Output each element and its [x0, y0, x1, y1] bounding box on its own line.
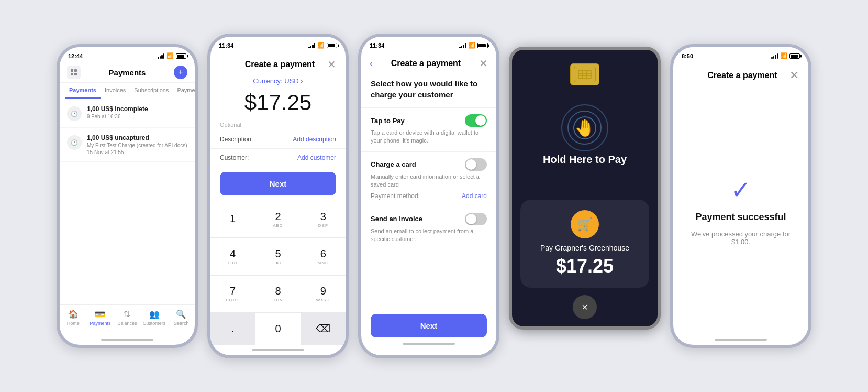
nav-payments[interactable]: 💳 Payments	[87, 309, 114, 326]
clock-icon-2: 🕐	[67, 135, 82, 150]
p5-content: ✓ Payment successful We've processed you…	[673, 86, 808, 334]
customer-label: Customer:	[220, 154, 249, 161]
home-indicator-5	[715, 339, 767, 341]
nav-home[interactable]: 🏠 Home	[60, 309, 87, 326]
p5-title: Create a payment	[695, 71, 789, 80]
check-icon: ✓	[730, 175, 751, 204]
home-indicator-1	[101, 339, 153, 341]
p1-title: Payments	[81, 68, 174, 77]
status-bar-3: 11:34 📶	[361, 37, 496, 51]
status-bar-5: 8:50 📶	[673, 47, 808, 61]
hold-text: Hold Here to Pay	[543, 154, 627, 166]
list-item[interactable]: 🕐 1,00 US$ incomplete 9 Feb at 16:36	[60, 99, 195, 128]
status-icons-3: 📶	[459, 42, 488, 49]
tab-payment-links[interactable]: Payment links	[173, 83, 198, 99]
status-icons-1: 📶	[158, 52, 186, 59]
time-1: 12:44	[68, 53, 83, 59]
p1-tabs: Payments Invoices Subscriptions Payment …	[60, 83, 195, 99]
tap-to-pay-toggle[interactable]	[465, 114, 487, 127]
merchant-icon: 🛒	[571, 210, 599, 238]
home-indicator-3	[403, 343, 455, 345]
customers-icon: 👥	[149, 309, 160, 319]
success-desc: We've processed your charge for $1.00.	[684, 230, 798, 246]
p2-header: Create a payment ✕	[210, 51, 346, 75]
wifi-icon-2: 📶	[317, 42, 325, 49]
close-button-3[interactable]: ✕	[479, 57, 488, 70]
bottom-nav: 🏠 Home 💳 Payments ⇅ Balances 👥 Customers…	[60, 304, 195, 334]
customer-field[interactable]: Customer: Add customer	[210, 148, 346, 167]
key-2[interactable]: 2 ABC	[255, 201, 300, 237]
wifi-icon-3: 📶	[468, 42, 475, 49]
tab-invoices[interactable]: Invoices	[101, 83, 130, 99]
key-7[interactable]: 7 PQRS	[210, 276, 255, 312]
option-send-invoice: Send an invoice Send an email to collect…	[361, 206, 496, 250]
status-bar-1: 12:44 📶	[60, 47, 195, 61]
item-1-amount: 1,00 US$ incomplete	[87, 105, 187, 113]
nav-search[interactable]: 🔍 Search	[168, 309, 195, 326]
key-5[interactable]: 5 JKL	[255, 238, 300, 275]
option-tap-to-pay: Tap to Pay Tap a card or device with a d…	[361, 107, 496, 151]
time-3: 11:34	[370, 42, 384, 49]
amount-display: $17.25	[210, 85, 346, 119]
battery-icon-2	[327, 43, 337, 48]
balances-icon: ⇅	[124, 309, 130, 319]
status-icons-5: 📶	[771, 52, 800, 59]
key-4[interactable]: 4 GHI	[210, 238, 255, 275]
p3-title: Create a payment	[373, 59, 479, 68]
nfc-payment-box: 🛒 Pay Grapner's Greenhouse $17.25	[520, 200, 649, 288]
description-label: Description:	[220, 136, 253, 143]
payment-method-label: Payment method:	[371, 192, 420, 200]
add-description-button[interactable]: Add description	[293, 136, 336, 143]
key-9[interactable]: 9 WXYZ	[301, 276, 346, 312]
wifi-icon-5: 📶	[780, 52, 787, 59]
key-0[interactable]: 0	[255, 313, 300, 345]
charge-card-title: Charge a card	[371, 160, 416, 168]
success-title: Payment successful	[695, 212, 786, 223]
cancel-nfc-button[interactable]: ×	[573, 295, 597, 319]
nfc-ripple: 🤚 Hold Here to Pay	[543, 75, 627, 200]
home-icon: 🏠	[68, 309, 79, 319]
add-button-1[interactable]: +	[174, 66, 187, 79]
nav-customers[interactable]: 👥 Customers	[141, 309, 168, 326]
nav-balances[interactable]: ⇅ Balances	[114, 309, 141, 326]
charge-card-toggle[interactable]	[465, 158, 487, 171]
home-indicator-2	[252, 349, 304, 351]
tap-to-pay-desc: Tap a card or device with a digital wall…	[371, 129, 487, 145]
tab-payments[interactable]: Payments	[65, 83, 101, 99]
add-card-button[interactable]: Add card	[462, 192, 487, 200]
item-2-amount: 1,00 US$ uncaptured	[87, 134, 187, 141]
p1-header: Payments +	[60, 61, 195, 83]
tab-subscriptions[interactable]: Subscriptions	[130, 83, 173, 99]
signal-icon-1	[158, 53, 164, 59]
nfc-amount: $17.25	[531, 255, 639, 277]
key-6[interactable]: 6 MNO	[301, 238, 346, 275]
grid-icon[interactable]	[67, 66, 81, 79]
next-button-3[interactable]: Next	[371, 314, 487, 337]
send-invoice-desc: Send an email to collect payment from a …	[371, 227, 487, 244]
close-button-5[interactable]: ✕	[789, 69, 799, 82]
svg-rect-0	[71, 69, 73, 72]
add-customer-button[interactable]: Add customer	[297, 154, 336, 161]
payments-icon: 💳	[95, 309, 105, 319]
charge-card-desc: Manually enter card information or selec…	[371, 173, 487, 189]
item-1-date: 9 Feb at 16:36	[87, 114, 187, 119]
signal-icon-3	[459, 43, 466, 48]
battery-icon-1	[176, 53, 186, 59]
send-invoice-title: Send an invoice	[371, 215, 422, 223]
currency-selector[interactable]: Currency: USD ›	[210, 75, 346, 85]
key-1[interactable]: 1	[210, 201, 255, 237]
close-button-2[interactable]: ✕	[327, 58, 336, 71]
key-dot[interactable]: .	[210, 313, 255, 345]
send-invoice-toggle[interactable]	[465, 213, 487, 225]
next-button-2[interactable]: Next	[220, 172, 336, 195]
key-3[interactable]: 3 DEF	[301, 201, 346, 237]
search-icon: 🔍	[176, 309, 186, 319]
description-field[interactable]: Description: Add description	[210, 130, 346, 148]
list-item[interactable]: 🕐 1,00 US$ uncaptured My First Test Char…	[60, 128, 195, 162]
item-2-date: 15 Nov at 21:55	[87, 149, 187, 155]
phone-1: 12:44 📶 Payments + Payments Invoices	[57, 44, 198, 348]
p2-title: Create a payment	[232, 60, 327, 69]
key-backspace[interactable]: ⌫	[301, 313, 346, 345]
keypad: 1 2 ABC 3 DEF 4 GHI 5 JKL 6 MNO 7 PQRS 8	[210, 201, 346, 345]
key-8[interactable]: 8 TUV	[255, 276, 300, 312]
